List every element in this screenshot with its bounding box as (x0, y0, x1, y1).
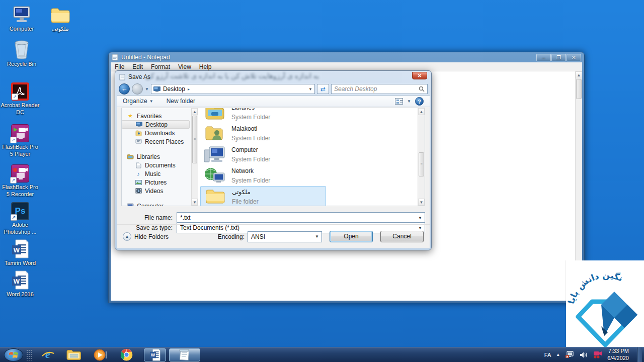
back-button[interactable]: ← (119, 83, 130, 95)
menu-format[interactable]: Format (147, 63, 174, 70)
desktop-icon-photoshop[interactable]: Ps ↗ Adobe Photoshop ... (0, 200, 40, 236)
dialog-footer: ▲ Hide Folders Encoding: ANSI ▼ Open Can… (117, 224, 430, 248)
desktop-icon-label: FlashBack Pro 5 Recorder (0, 184, 40, 198)
desktop-icon-flashback-recorder[interactable]: ↗ FlashBack Pro 5 Recorder (0, 162, 40, 198)
menu-help[interactable]: Help (195, 63, 216, 70)
scrollbar-thumb[interactable]: ≡ (419, 152, 424, 176)
minimize-button[interactable]: – (536, 54, 551, 61)
desktop-icon-computer[interactable]: Computer (2, 4, 42, 33)
help-button[interactable]: ? (415, 97, 424, 106)
close-button[interactable]: ✕ (567, 54, 581, 61)
scrollbar-thumb[interactable] (576, 79, 582, 99)
open-button[interactable]: Open (330, 231, 373, 242)
nav-computer[interactable]: Computer (122, 202, 198, 206)
new-folder-button[interactable]: New folder (167, 98, 195, 105)
show-desktop-button[interactable] (637, 347, 642, 362)
taskbar-media-player[interactable] (92, 348, 109, 361)
taskbar-windows-explorer[interactable] (65, 348, 83, 361)
chevron-down-icon[interactable]: ▼ (418, 216, 422, 220)
show-hidden-icons-button[interactable]: ▲ (556, 352, 560, 357)
notepad-titlebar[interactable]: Untitled - Notepad – ❐ ✕ (109, 52, 584, 62)
save-as-dialog: Save As به اندازه ی آرزوهایت تلاش کن یا … (115, 70, 432, 250)
menu-file[interactable]: File (111, 63, 128, 70)
cancel-button[interactable]: Cancel (380, 231, 424, 242)
desktop-icon-acrobat[interactable]: ↗ Acrobat Reader DC (0, 80, 40, 116)
search-icon[interactable] (419, 86, 425, 92)
nav-pictures[interactable]: Pictures (122, 178, 198, 187)
recent-pages-chevron-icon[interactable]: ▼ (145, 87, 149, 92)
desktop-icon-tamrin-word[interactable]: W Tamrin Word (0, 238, 40, 267)
breadcrumb-location[interactable]: Desktop (163, 85, 185, 93)
desktop-icon-recycle-bin[interactable]: Recycle Bin (2, 39, 42, 68)
shortcut-arrow-icon: ↗ (11, 214, 17, 221)
maximize-button[interactable]: ❐ (551, 54, 566, 61)
desktop-icon-malakooti-folder[interactable]: ملكوتى (40, 4, 80, 33)
nav-videos[interactable]: Videos (122, 187, 198, 195)
file-item-malakooti-folder-selected[interactable]: ملكوتى File folder (200, 186, 326, 206)
nav-downloads[interactable]: Downloads (122, 129, 198, 137)
nav-recent-places[interactable]: Recent Places (122, 137, 198, 146)
desktop-icon-word-2016[interactable]: W ↗ Word 2016 (0, 269, 40, 298)
change-view-icon[interactable] (395, 98, 403, 105)
scrollbar-thumb[interactable]: ≡ (192, 116, 197, 163)
file-item-computer[interactable]: Computer System Folder (200, 144, 423, 165)
nav-music[interactable]: ♪ Music (122, 169, 198, 178)
taskbar-notepad-button-active[interactable] (169, 348, 200, 361)
network-status-icon[interactable] (565, 350, 574, 359)
language-indicator[interactable]: FA (544, 352, 551, 358)
volume-icon[interactable] (579, 350, 588, 359)
forward-button[interactable] (132, 83, 143, 95)
hide-folders-button[interactable]: ▲ Hide Folders (123, 232, 169, 241)
scroll-up-arrow-icon[interactable]: ▲ (192, 108, 198, 115)
taskbar-word-button[interactable]: W (144, 348, 166, 361)
chrome-icon (120, 348, 133, 361)
desktop-icon-label: ملكوتى (40, 26, 80, 33)
taskbar: e W (0, 347, 644, 362)
nav-documents[interactable]: Documents (122, 161, 198, 169)
file-type: System Folder (231, 177, 270, 184)
menu-edit[interactable]: Edit (128, 63, 147, 70)
scroll-up-arrow-icon[interactable]: ▲ (418, 108, 425, 115)
photoshop-icon: Ps ↗ (0, 200, 40, 220)
scroll-down-arrow-icon[interactable]: ▼ (418, 199, 425, 206)
recycle-bin-icon (2, 39, 42, 59)
desktop-icon-flashback-player[interactable]: ↗ FlashBack Pro 5 Player (0, 122, 40, 158)
menu-view[interactable]: View (174, 63, 195, 70)
file-item-malakooti-user[interactable]: Malakooti System Folder (200, 123, 423, 144)
file-name: ملكوتى (232, 189, 251, 197)
taskbar-clock[interactable]: 7:33 PM 6/4/2020 (607, 348, 629, 362)
file-name-input[interactable]: *.txt ▼ (177, 212, 425, 223)
nav-favorites[interactable]: ★ Favorites (122, 112, 198, 120)
chevron-down-icon[interactable]: ▼ (315, 234, 319, 239)
views-dropdown-icon[interactable]: ▼ (407, 99, 411, 104)
address-breadcrumb[interactable]: Desktop ▸ ▼ (151, 84, 315, 94)
start-button[interactable] (4, 348, 23, 361)
file-name: Computer (231, 146, 258, 153)
word-app-icon: W ↗ (0, 269, 40, 290)
taskbar-internet-explorer[interactable]: e (39, 348, 56, 361)
diamond-pencil-logo (578, 292, 637, 345)
encoding-select[interactable]: ANSI ▼ (248, 231, 322, 242)
navpane-scrollbar[interactable]: ▲ ≡ ▼ (191, 108, 198, 206)
browser-content: ★ Favorites Desktop Downloads Recent Pla… (121, 108, 425, 206)
save-as-titlebar[interactable]: Save As به اندازه ی آرزوهایت تلاش کن یا … (115, 71, 431, 83)
file-name: Libraries (231, 108, 255, 111)
refresh-button[interactable]: ⇄ (317, 84, 329, 94)
desktop-icon-label: Adobe Photoshop ... (0, 222, 40, 236)
breadcrumb-arrow-icon[interactable]: ▸ (188, 87, 190, 92)
media-player-icon (94, 348, 107, 361)
file-item-network[interactable]: Network System Folder (200, 165, 423, 186)
dialog-close-button[interactable]: ✕ (412, 72, 427, 79)
search-box[interactable]: Search Desktop (331, 84, 428, 94)
nav-libraries[interactable]: Libraries (122, 152, 198, 161)
scroll-up-arrow-icon[interactable]: ▲ (576, 71, 582, 78)
organize-menu[interactable]: Organize ▼ (123, 98, 153, 105)
taskbar-chrome[interactable] (118, 348, 135, 361)
address-dropdown-icon[interactable]: ▼ (308, 87, 312, 92)
nav-desktop[interactable]: Desktop (122, 120, 190, 129)
scroll-down-arrow-icon[interactable]: ▼ (192, 199, 198, 206)
file-item-libraries[interactable]: Libraries System Folder (200, 108, 423, 123)
computer-icon (203, 145, 226, 163)
flashback-recorder-tray-icon[interactable] (593, 350, 602, 359)
filelist-scrollbar[interactable]: ▲ ≡ ▼ (418, 108, 425, 206)
